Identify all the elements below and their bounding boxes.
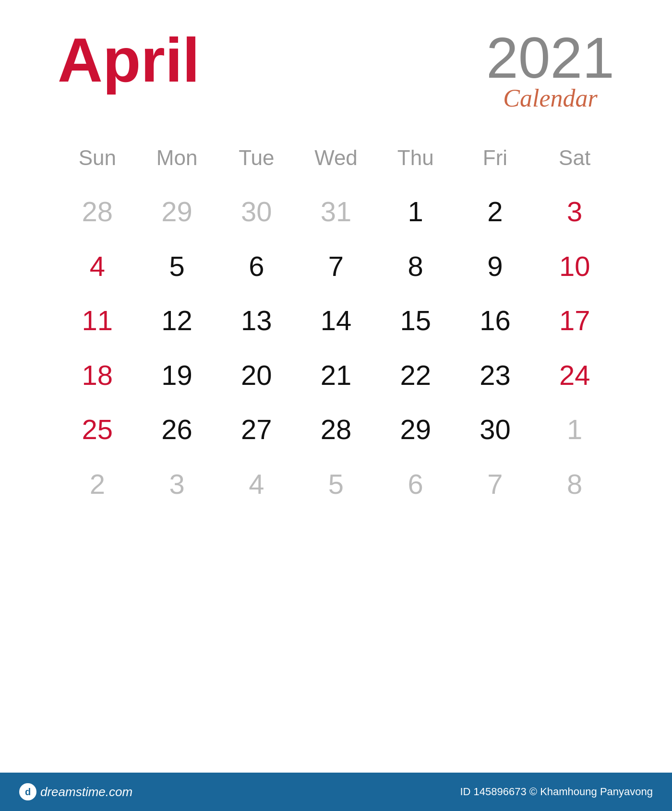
week-row-5: 2345678 — [58, 457, 614, 512]
day-cell: 23 — [456, 348, 535, 403]
day-header-mon: Mon — [137, 141, 217, 175]
day-cell: 7 — [456, 457, 535, 512]
calendar-grid: SunMonTueWedThuFriSat 282930311234567891… — [48, 141, 624, 512]
week-row-0: 28293031123 — [58, 184, 614, 239]
day-cell: 8 — [376, 239, 456, 294]
week-row-3: 18192021222324 — [58, 348, 614, 403]
day-cell: 19 — [137, 348, 217, 403]
day-cell: 2 — [58, 457, 137, 512]
day-cell: 30 — [456, 402, 535, 457]
day-cell: 18 — [58, 348, 137, 403]
day-cell: 17 — [535, 293, 614, 348]
calendar-weeks: 2829303112345678910111213141516171819202… — [58, 184, 614, 512]
footer-bar: d dreamstime.com ID 145896673 © Khamhoun… — [0, 773, 672, 811]
week-row-1: 45678910 — [58, 239, 614, 294]
footer-logo-mark: d — [19, 783, 36, 800]
day-cell: 21 — [296, 348, 376, 403]
day-cell: 5 — [137, 239, 217, 294]
day-cell: 7 — [296, 239, 376, 294]
month-title: April — [58, 29, 200, 91]
day-header-thu: Thu — [376, 141, 456, 175]
calendar-container: April 2021 Calendar SunMonTueWedThuFriSa… — [48, 0, 624, 773]
day-cell: 6 — [376, 457, 456, 512]
day-cell: 24 — [535, 348, 614, 403]
day-header-sat: Sat — [535, 141, 614, 175]
year-calendar-group: 2021 Calendar — [486, 29, 614, 112]
day-cell: 11 — [58, 293, 137, 348]
day-header-sun: Sun — [58, 141, 137, 175]
day-cell: 5 — [296, 457, 376, 512]
day-cell: 2 — [456, 184, 535, 239]
day-cell: 22 — [376, 348, 456, 403]
day-cell: 31 — [296, 184, 376, 239]
day-header-wed: Wed — [296, 141, 376, 175]
footer-id-text: ID 145896673 © Khamhoung Panyavong — [460, 786, 653, 798]
day-cell: 9 — [456, 239, 535, 294]
day-cell: 29 — [376, 402, 456, 457]
day-cell: 6 — [216, 239, 296, 294]
day-cell: 16 — [456, 293, 535, 348]
footer-logo-text: dreamstime.com — [40, 785, 132, 799]
day-cell: 4 — [58, 239, 137, 294]
calendar-header: April 2021 Calendar — [48, 29, 624, 112]
day-cell: 15 — [376, 293, 456, 348]
day-cell: 4 — [216, 457, 296, 512]
day-cell: 13 — [216, 293, 296, 348]
week-row-2: 11121314151617 — [58, 293, 614, 348]
day-cell: 3 — [137, 457, 217, 512]
footer-logo-icon: d — [25, 787, 31, 798]
day-cell: 3 — [535, 184, 614, 239]
day-cell: 26 — [137, 402, 217, 457]
day-cell: 12 — [137, 293, 217, 348]
day-cell: 30 — [216, 184, 296, 239]
day-cell: 14 — [296, 293, 376, 348]
day-cell: 10 — [535, 239, 614, 294]
day-header-fri: Fri — [456, 141, 535, 175]
day-cell: 27 — [216, 402, 296, 457]
day-headers-row: SunMonTueWedThuFriSat — [58, 141, 614, 175]
day-cell: 20 — [216, 348, 296, 403]
day-cell: 28 — [58, 184, 137, 239]
calendar-label: Calendar — [503, 84, 597, 112]
day-cell: 28 — [296, 402, 376, 457]
day-cell: 29 — [137, 184, 217, 239]
day-header-tue: Tue — [216, 141, 296, 175]
day-cell: 1 — [376, 184, 456, 239]
day-cell: 8 — [535, 457, 614, 512]
day-cell: 25 — [58, 402, 137, 457]
year-title: 2021 — [486, 29, 614, 86]
day-cell: 1 — [535, 402, 614, 457]
footer-logo: d dreamstime.com — [19, 783, 132, 800]
week-row-4: 2526272829301 — [58, 402, 614, 457]
